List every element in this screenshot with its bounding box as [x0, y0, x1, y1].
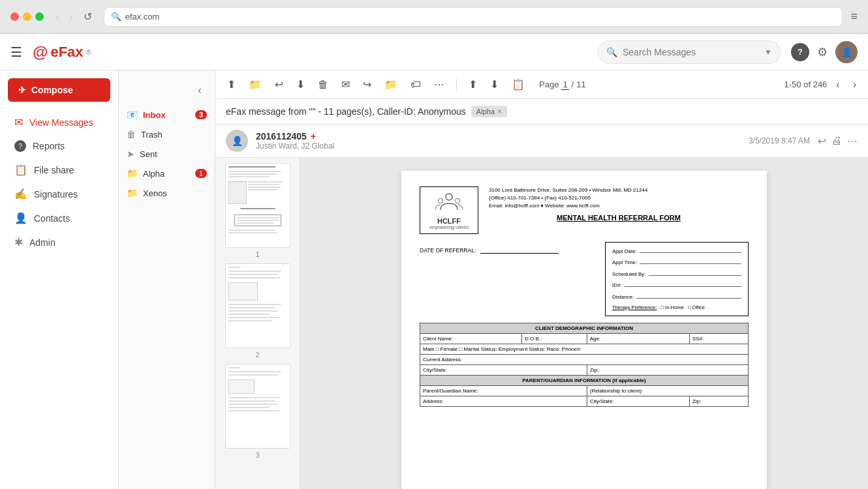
sidebar-item-signatures[interactable]: ✍ Signatures — [4, 183, 114, 205]
search-dropdown-arrow[interactable]: ▼ — [764, 48, 772, 57]
city-state2-cell: City/State: — [587, 396, 689, 407]
next-page-button[interactable]: › — [849, 76, 860, 93]
forward-btn[interactable]: ↪ — [359, 76, 375, 93]
thumbnail-1[interactable]: 1 — [221, 163, 294, 258]
message-print-button[interactable]: 🖨 — [831, 135, 842, 147]
folder-xenos[interactable]: 📁 Xenos — [119, 183, 215, 203]
download-btn[interactable]: ⬇ — [292, 76, 309, 93]
browser-search-bar[interactable]: 🔍 efax.com — [104, 7, 843, 27]
scheduled-by-label: Scheduled By: — [612, 270, 646, 279]
thumb-image-2[interactable] — [225, 263, 290, 348]
client-name-cell: Client Name: — [420, 334, 522, 344]
page-current: 1 — [561, 80, 568, 90]
scroll-down-btn[interactable]: ⬇ — [486, 76, 503, 93]
thumbnail-2[interactable]: 2 — [221, 263, 294, 359]
therapy-pref-label: Therapy Preference: — [612, 304, 657, 310]
folder-inbox-label: Inbox — [143, 110, 166, 120]
alpha-folder-icon: 📁 — [127, 168, 138, 179]
thumb-num-1: 1 — [255, 250, 259, 258]
message-more-button[interactable]: ⋯ — [847, 135, 858, 147]
browser-menu-button[interactable]: ≡ — [850, 10, 858, 23]
compose-icon: ✈ — [18, 85, 26, 95]
toolbar: ⬆ 📁 ↩ ⬇ 🗑 ✉ ↪ 📁 🏷 ⋯ ⬆ ⬇ 📋 Page 1 / 11 — [215, 70, 868, 99]
date-of-referral-label: DATE OF REFERRAL: — [420, 247, 476, 254]
compose-button[interactable]: ✈ Compose — [8, 78, 110, 102]
xenos-folder-icon: 📁 — [127, 188, 138, 198]
toolbar-divider — [456, 78, 457, 91]
folder-sent-label: Sent — [140, 149, 157, 159]
message-tag: Alpha × — [471, 106, 507, 117]
trash-icon: 🗑 — [127, 129, 136, 140]
back-button[interactable]: ‹ — [52, 9, 63, 24]
tag-close-button[interactable]: × — [497, 107, 502, 116]
sidebar-item-admin[interactable]: ✱ Admin — [4, 231, 114, 254]
delete-btn[interactable]: 🗑 — [314, 76, 332, 93]
sender-info: 2016112405 + Justin Ward, J2 Global — [256, 131, 741, 151]
file-share-icon: 📋 — [14, 164, 27, 176]
thumb-image-3[interactable] — [225, 364, 290, 449]
search-bar[interactable]: 🔍 ▼ — [598, 40, 781, 64]
more-btn[interactable]: ⋯ — [430, 76, 448, 93]
folder-btn[interactable]: 📁 — [245, 76, 266, 93]
split-view: 1 — [215, 158, 868, 489]
thumb-image-1[interactable] — [225, 163, 290, 248]
message-header: eFax message from "" - 11 pages(s), Call… — [215, 99, 868, 125]
folder-sent[interactable]: ➤ Sent — [119, 144, 215, 164]
maximize-button[interactable] — [35, 12, 44, 21]
current-address-cell: Current Address: — [420, 355, 749, 365]
reply-btn[interactable]: ↩ — [271, 76, 287, 93]
page-info: Page 1 / 11 — [539, 80, 586, 90]
inbox-icon: 📧 — [127, 110, 138, 120]
thumb-num-2: 2 — [255, 351, 259, 359]
copy-btn[interactable]: 📋 — [508, 76, 529, 93]
menu-toggle-button[interactable]: ☰ — [10, 44, 22, 60]
sender-id: 2016112405 — [256, 131, 307, 141]
settings-button[interactable]: ⚙ — [817, 45, 828, 59]
sidebar-item-view-messages[interactable]: ✉ View Messages — [4, 111, 114, 134]
move-btn[interactable]: 📁 — [380, 76, 401, 93]
close-button[interactable] — [10, 12, 19, 21]
city-state-cell: City/State: — [420, 365, 587, 376]
scroll-up-btn[interactable]: ⬆ — [465, 76, 481, 93]
doc-address: 3100 Lord Baltimore Drive, Suites 208-20… — [489, 186, 749, 194]
search-input[interactable] — [623, 47, 759, 57]
page-separator: / — [572, 80, 574, 89]
upload-button[interactable]: ⬆ — [223, 76, 240, 93]
sidebar-item-file-share[interactable]: 📋 File share — [4, 158, 114, 181]
doc-logo-box: HCLFF empowering clients — [420, 186, 478, 234]
compose-label: Compose — [31, 85, 73, 95]
prev-page-button[interactable]: ‹ — [832, 76, 843, 93]
tag-btn[interactable]: 🏷 — [407, 76, 425, 93]
parent-name-cell: Parent/Guardian Name: — [420, 386, 587, 396]
thumbnail-3[interactable]: 3 — [221, 364, 294, 459]
mark-btn[interactable]: ✉ — [337, 76, 354, 93]
svg-point-0 — [446, 194, 452, 200]
forward-button[interactable]: › — [65, 9, 76, 24]
folder-trash[interactable]: 🗑 Trash — [119, 125, 215, 144]
folder-alpha[interactable]: 📁 Alpha 1 — [119, 164, 215, 183]
search-icon: 🔍 — [606, 47, 617, 57]
folder-inbox[interactable]: 📧 Inbox 3 — [119, 105, 215, 125]
sidebar-label-contacts: Contacts — [34, 213, 70, 224]
folder-xenos-label: Xenos — [143, 188, 167, 198]
sender-add-button[interactable]: + — [311, 131, 316, 141]
message-subject: eFax message from "" - 11 pages(s), Call… — [226, 106, 466, 117]
doc-header: HCLFF empowering clients 3100 Lord Balti… — [420, 186, 749, 234]
address-cell: Address: — [420, 396, 587, 407]
traffic-lights — [10, 12, 44, 21]
doc-date-line: DATE OF REFERRAL: — [420, 242, 597, 254]
help-button[interactable]: ? — [791, 43, 809, 61]
minimize-button[interactable] — [23, 12, 31, 21]
svg-point-1 — [439, 199, 443, 203]
sidebar-item-contacts[interactable]: 👤 Contacts — [4, 207, 114, 230]
thumbnails-panel: 1 — [215, 158, 300, 489]
id-label: ID#: — [612, 281, 622, 290]
refresh-button[interactable]: ↺ — [80, 9, 96, 24]
message-reply-button[interactable]: ↩ — [818, 135, 826, 147]
pagination-range: 1-50 of 246 — [784, 80, 828, 89]
sidebar-item-reports[interactable]: ? Reports — [4, 135, 114, 157]
folder-back-button[interactable]: ‹ — [190, 78, 209, 102]
sidebar-label-signatures: Signatures — [34, 189, 78, 200]
avatar[interactable]: 👤 — [835, 41, 858, 63]
parent-header: PARENT/GUARDIAN INFORMATION (if applicab… — [420, 376, 749, 386]
